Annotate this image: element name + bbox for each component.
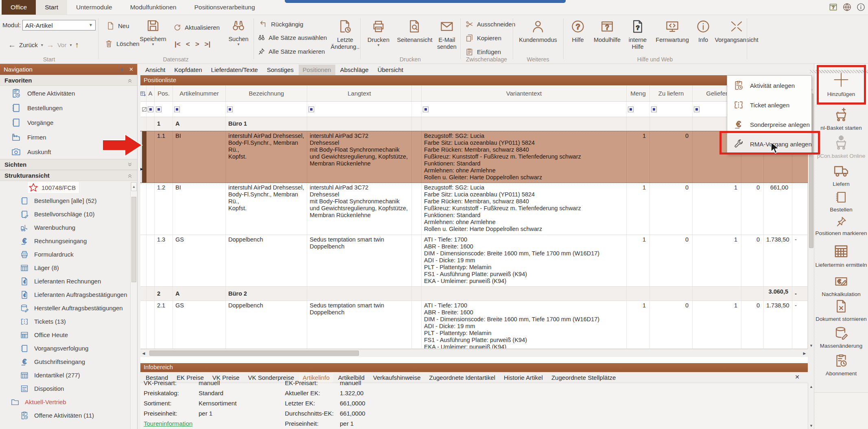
tab-modulfunktionen[interactable]: Modulfunktionen — [121, 0, 186, 15]
col-header-bezeichnung[interactable]: Bezeichnung — [226, 85, 307, 101]
menu-item-aktivitaet-anlegen[interactable]: Aktivität anlegen — [727, 76, 811, 95]
tree-item-tickets[interactable]: Tickets (13) — [0, 315, 137, 328]
tab-office[interactable]: Office — [2, 0, 36, 15]
refresh-button[interactable]: Aktualisieren — [173, 23, 220, 32]
process-view-button[interactable]: Vorgangsansicht — [712, 19, 761, 44]
pin-icon[interactable] — [119, 67, 125, 72]
module-help-button[interactable]: Modulhilfe — [589, 19, 625, 44]
tree-root-100748-fcb[interactable]: 100748/FCB — [0, 181, 137, 194]
scroll-down-icon[interactable]: ▼ — [808, 422, 814, 429]
globe-icon[interactable] — [842, 2, 852, 12]
basket-start-button[interactable]: nl-Basket starten — [814, 105, 868, 134]
back-arrow-icon[interactable]: ← — [8, 41, 16, 49]
filter-pos[interactable] — [155, 102, 173, 117]
sidebar-item-vorgaenge[interactable]: Vorgänge — [0, 115, 137, 130]
tree-item-laeger[interactable]: Läger (8) — [0, 261, 137, 274]
tab-ansicht[interactable]: Ansicht — [141, 65, 169, 75]
tab-lieferdaten-texte[interactable]: Lieferdaten/Texte — [207, 65, 262, 75]
new-button[interactable]: Neu — [106, 22, 129, 30]
save-button[interactable]: Speichern▾ — [137, 18, 169, 46]
back-button[interactable]: Zurück — [19, 41, 38, 48]
filter-bezeichnung[interactable] — [226, 102, 307, 117]
undo-button[interactable]: Rückgängig — [259, 20, 303, 28]
tab-start[interactable]: Start — [36, 0, 67, 15]
info-icon[interactable] — [856, 2, 866, 12]
back-caret-icon[interactable]: ▾ — [41, 44, 43, 47]
filter-artikelnummer[interactable] — [173, 102, 226, 117]
tab-zugeordnete-stellplaetze[interactable]: Zugeordnete Stellplätze — [548, 373, 619, 383]
tree-item-vorgangsverfolgung[interactable]: Vorgangsverfolgung — [0, 342, 137, 355]
cancel-document-button[interactable]: Dokument stornieren — [814, 298, 868, 323]
tree-item-lieferanten-rechnungen[interactable]: Lieferanten Rechnungen — [0, 274, 137, 288]
filter-variantentext[interactable] — [422, 102, 627, 117]
print-button[interactable]: Drucken▾ — [365, 19, 392, 47]
first-record-icon[interactable]: |< — [175, 40, 181, 48]
tree-item-gutschriftseingang[interactable]: Gutschriftseingang — [0, 355, 137, 368]
delete-button[interactable]: Löschen — [105, 39, 140, 48]
tree-item-bestellvorschlaege[interactable]: Bestellvorschläge (10) — [0, 207, 137, 221]
col-header-zu-liefern[interactable]: Zu liefern — [650, 85, 693, 101]
order-button[interactable]: Bestellen — [814, 189, 868, 214]
close-icon[interactable]: ✕ — [129, 66, 133, 72]
sidebar-item-bestellungen[interactable]: Bestellungen — [0, 100, 137, 115]
forward-arrow-icon[interactable]: → — [46, 41, 54, 49]
tree-item-bestellungen-alle[interactable]: Bestellungen [alle] (52) — [0, 194, 137, 207]
tree-item-formulardruck[interactable]: Formulardruck — [0, 248, 137, 261]
scroll-up-icon[interactable]: ▲ — [808, 383, 814, 390]
section-sichten[interactable]: Sichten — [0, 159, 137, 170]
customer-mode-button[interactable]: Kundenmodus — [516, 19, 560, 44]
tree-item-rechnungseingang[interactable]: Rechnungseingang — [0, 234, 137, 248]
delivery-date-button[interactable]: Liefertermin ermitteln — [814, 238, 868, 274]
next-record-icon[interactable]: > — [195, 40, 199, 48]
table-row-1-3[interactable]: 1.3 GS Doppelbench Sedus temptation smar… — [140, 235, 808, 287]
filter-menge[interactable] — [627, 102, 650, 117]
recalculation-button[interactable]: Nachkalkulation — [814, 274, 868, 298]
tree-item-identartikel[interactable]: Identartikel (277) — [0, 368, 137, 382]
last-change-button[interactable]: Letzte Änderung.. — [331, 19, 359, 50]
tree-item-offene-aktivitaeten-11[interactable]: Offene Aktivitäten (11) — [0, 409, 137, 422]
tree-item-lieferanten-auftragsbestaetigungen[interactable]: Lieferanten Auftragsbestätigungen — [0, 288, 137, 301]
horizontal-scrollbar[interactable]: ◀ ▶ — [140, 349, 808, 357]
filter-all-icon[interactable] — [140, 102, 146, 117]
table-row-1-1-selected[interactable]: ▶ 1.1 BI interstuhl AirPad Drehsessel, B… — [140, 131, 808, 183]
email-button[interactable]: E-Mail senden — [435, 19, 459, 50]
paste-button[interactable]: Einfügen — [465, 48, 501, 56]
scroll-right-icon[interactable]: ▶ — [801, 349, 808, 357]
sidebar-item-offene-aktivitaeten[interactable]: Offene Aktivitäten — [0, 86, 137, 100]
table-corner-icon[interactable] — [140, 85, 146, 101]
mass-change-button[interactable]: Massenänderung — [814, 323, 868, 352]
scroll-left-icon[interactable]: ◀ — [140, 349, 147, 357]
select-all-button[interactable]: Alle Sätze auswählen — [258, 34, 327, 41]
forward-button[interactable]: Vor — [57, 41, 67, 48]
tab-abschlaege[interactable]: Abschläge — [336, 65, 373, 75]
mark-positions-button[interactable]: Positionen markieren — [814, 214, 868, 238]
nav-scrollbar[interactable]: ▲ — [130, 182, 137, 429]
mark-all-button[interactable]: Alle Sätze markieren — [258, 48, 325, 55]
cut-button[interactable]: Ausschneiden — [465, 20, 515, 28]
toureninformation-link[interactable]: Toureninformation — [144, 420, 192, 427]
remote-support-button[interactable]: Fernwartung — [651, 19, 693, 44]
col-header-variantentext[interactable]: Variantentext — [422, 85, 627, 101]
menu-item-ticket-anlegen[interactable]: Ticket anlegen — [727, 95, 811, 115]
module-select[interactable]: AR-Artikel▼ — [22, 20, 96, 30]
tree-item-disposition[interactable]: Disposition — [0, 382, 137, 395]
table-row-group-2[interactable]: 2 A Büro 2 3.060,5 - — [140, 287, 808, 301]
tab-zugeordnete-identartikel[interactable]: Zugeordnete Identartikel — [425, 373, 499, 383]
tab-untermodule[interactable]: Untermodule — [67, 0, 121, 15]
tree-item-hersteller-auftragsbestaetigungen[interactable]: Hersteller Auftragsbestätigungen — [0, 301, 137, 315]
tree-folder-aktuell-vertrieb[interactable]: Aktuell-Vertrieb — [0, 395, 137, 409]
prev-record-icon[interactable]: < — [186, 40, 190, 48]
tab-verkaufshinweise[interactable]: Verkaufshinweise — [370, 373, 424, 383]
help-button[interactable]: Hilfe — [567, 19, 588, 44]
col-header-artikelnummer[interactable]: Artikelnummer — [173, 85, 226, 101]
search-button[interactable]: Suchen▾ — [225, 18, 252, 46]
scroll-down-icon[interactable]: ▼ — [808, 342, 814, 349]
up-arrow-icon[interactable]: ↑ — [75, 41, 79, 49]
deliver-button[interactable]: Liefern — [814, 161, 868, 189]
col-header-langtext[interactable]: Langtext — [307, 85, 412, 101]
table-row-group-1[interactable]: 1 A Büro 1 — [140, 117, 808, 131]
filter-zu-liefern[interactable] — [650, 102, 693, 117]
section-strukturansicht[interactable]: Strukturansicht — [0, 170, 137, 181]
tab-positionen[interactable]: Positionen — [299, 65, 335, 75]
tab-sonstiges[interactable]: Sonstiges — [263, 65, 298, 75]
